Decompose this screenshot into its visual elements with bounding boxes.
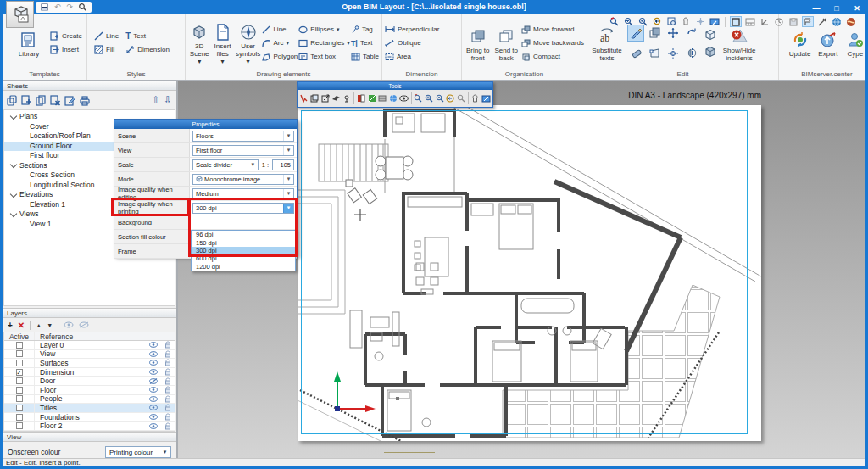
globe-tool-icon[interactable]: [388, 92, 398, 105]
visibility-eye-hidden-icon[interactable]: [146, 378, 160, 384]
cype-button[interactable]: Cype: [843, 27, 867, 59]
update-button[interactable]: Update: [787, 27, 813, 59]
layers-tool-icon[interactable]: [356, 92, 366, 105]
visibility-eye-icon[interactable]: [146, 351, 160, 357]
gray-tool-icon[interactable]: [378, 92, 388, 105]
eye-tool-icon[interactable]: [399, 92, 409, 105]
visibility-eye-icon[interactable]: [146, 414, 160, 420]
copy-sheet-icon[interactable]: [36, 95, 47, 106]
view-select[interactable]: First floor▾: [192, 145, 294, 156]
library-button[interactable]: Library: [9, 27, 48, 59]
new-sheet-icon[interactable]: [7, 95, 18, 106]
mode-select[interactable]: Monochrome image▾: [192, 174, 294, 185]
3d-scene-button[interactable]: 3D Scene ▾: [188, 20, 210, 65]
dpi-option-1200[interactable]: 1200 dpi: [192, 263, 295, 271]
image-quality-editing-select[interactable]: Medium▾: [192, 188, 294, 199]
image-quality-printing-select[interactable]: 300 dpi▾: [192, 203, 294, 214]
draw-rectangles-button[interactable]: Rectangles▾: [298, 36, 350, 49]
draw-ellipses-button[interactable]: Ellipses▾: [298, 23, 350, 36]
redraw-icon[interactable]: [608, 16, 620, 27]
add-sheet-icon[interactable]: [21, 95, 32, 106]
active-checkbox[interactable]: [16, 360, 23, 366]
fill-style-button[interactable]: Fill: [94, 43, 119, 56]
active-checkbox[interactable]: [16, 395, 23, 402]
draw-arc-button[interactable]: Arc▾: [262, 36, 298, 49]
onscreen-colour-select[interactable]: Printing colour ▾: [105, 446, 171, 458]
create-template-button[interactable]: Create: [50, 30, 82, 42]
zoom-redraw-tool-icon[interactable]: [414, 92, 424, 105]
active-checkbox[interactable]: [16, 414, 23, 421]
zoom-icon[interactable]: [79, 3, 86, 11]
user-symbols-button[interactable]: User symbols ▾: [235, 20, 262, 65]
scale-ratio-input[interactable]: 105: [272, 159, 294, 170]
show-hide-incidents-button[interactable]: Show/Hide incidents: [721, 24, 758, 63]
green-layer-tool-icon[interactable]: [367, 92, 377, 105]
delete-layer-icon[interactable]: ✕: [18, 321, 25, 330]
draw-text-button[interactable]: T| Text: [351, 36, 379, 49]
add-layer-icon[interactable]: +: [8, 321, 13, 330]
lock-icon[interactable]: [160, 386, 175, 394]
draw-line-button[interactable]: Line: [262, 23, 298, 36]
dpi-option-600[interactable]: 600 dpi: [192, 254, 295, 262]
zoom-window-tool-icon[interactable]: [424, 92, 434, 105]
layer-row-titles[interactable]: Titles: [4, 404, 175, 413]
export-button[interactable]: Export: [815, 27, 841, 59]
zoom-window-icon[interactable]: [622, 16, 634, 27]
lock-icon[interactable]: [160, 350, 175, 358]
dpi-option-96[interactable]: 96 dpi: [192, 231, 295, 238]
zoom-previous-icon[interactable]: [651, 16, 663, 27]
rotate-view-icon[interactable]: [694, 16, 706, 27]
flag-toggle-icon[interactable]: [802, 16, 814, 27]
tools-config-icon[interactable]: [816, 16, 828, 27]
draw-table-button[interactable]: Table: [351, 50, 379, 63]
lock-icon[interactable]: [160, 341, 175, 349]
scale-type-select[interactable]: Scale divider▾: [192, 159, 259, 170]
snap-clock-icon[interactable]: [773, 16, 785, 27]
orbit-tool-icon[interactable]: [342, 92, 353, 105]
active-checkbox[interactable]: [16, 377, 23, 384]
object-snap-tool-icon[interactable]: [310, 92, 320, 105]
fly-tool-icon[interactable]: [331, 92, 342, 105]
layer-row-floor[interactable]: Floor: [4, 386, 175, 395]
perpendicular-dim-button[interactable]: Perpendicular: [385, 23, 439, 36]
edit-modify-polygon-button[interactable]: [646, 45, 663, 62]
help-icon[interactable]: [845, 16, 857, 27]
visibility-eye-icon[interactable]: [146, 360, 160, 366]
track-tool-icon[interactable]: [320, 92, 331, 105]
coords-tool-icon[interactable]: [299, 92, 309, 105]
lock-icon[interactable]: [160, 368, 175, 376]
edit-mirror-button[interactable]: [683, 45, 700, 62]
draw-polygon-button[interactable]: Polygon: [262, 50, 298, 63]
visibility-eye-icon[interactable]: [146, 405, 160, 410]
visibility-eye-icon[interactable]: [146, 396, 160, 402]
send-to-back-button[interactable]: Send to back: [492, 24, 519, 63]
visibility-eye-icon[interactable]: [146, 369, 160, 375]
active-checkbox[interactable]: [16, 405, 23, 411]
layer-row-surfaces[interactable]: Surfaces: [4, 359, 175, 368]
hide-all-layers-icon[interactable]: [79, 321, 89, 328]
layer-row-foundations[interactable]: Foundations: [4, 413, 175, 422]
layer-row-layer0[interactable]: Layer 0: [4, 341, 175, 350]
lock-icon[interactable]: [160, 395, 175, 403]
area-dim-button[interactable]: Area: [385, 50, 439, 63]
active-checkbox[interactable]: [16, 422, 23, 429]
text-style-button[interactable]: T Text: [125, 30, 170, 42]
line-style-button[interactable]: Line: [94, 30, 119, 42]
sheet-paper[interactable]: [298, 105, 761, 441]
layer-row-dimension[interactable]: ✓ Dimension: [4, 368, 175, 377]
lock-icon[interactable]: [160, 359, 175, 366]
compact-button[interactable]: Compact: [521, 50, 584, 63]
active-checkbox-checked[interactable]: ✓: [16, 369, 23, 376]
app-logo[interactable]: [6, 1, 34, 28]
undo-icon[interactable]: ↶: [54, 3, 61, 12]
lock-icon[interactable]: [160, 404, 175, 411]
redo-icon[interactable]: ↷: [67, 3, 74, 12]
delete-sheet-icon[interactable]: [50, 95, 61, 106]
zoom-selected-icon[interactable]: [665, 16, 677, 27]
print-sheet-icon[interactable]: [79, 95, 91, 106]
edit-erase-button[interactable]: [627, 45, 644, 62]
dimension-style-button[interactable]: Dimension: [125, 43, 170, 56]
grid-toggle-icon[interactable]: [744, 16, 756, 27]
active-checkbox[interactable]: [16, 342, 23, 349]
full-screen-tool-icon[interactable]: [481, 92, 491, 105]
